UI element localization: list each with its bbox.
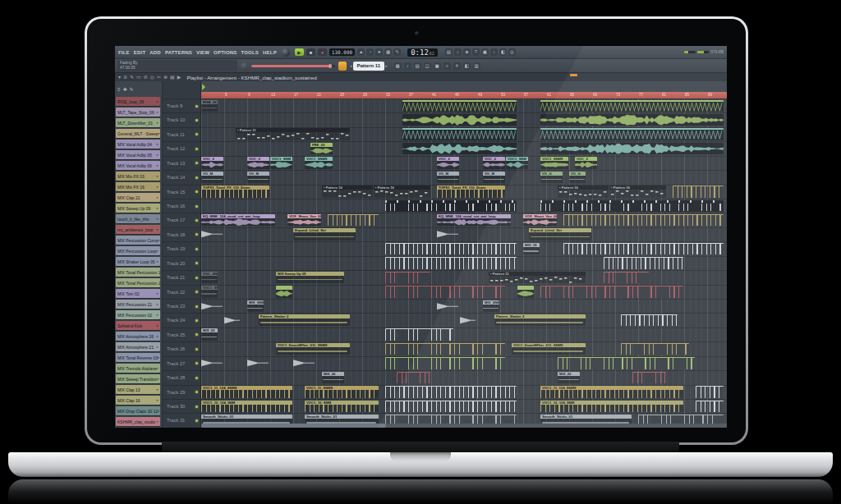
playlist-clip[interactable]: VOC1_DownNFlter_011_SNM9 [276,343,350,355]
collapse-icon[interactable]: ≡ [117,87,121,92]
menu-view[interactable]: VIEW [196,50,209,55]
browser-sample-item[interactable]: MLT_Tape_Stop_06▸ [116,108,160,117]
browser-icon[interactable]: ▣ [434,62,441,70]
browser-sample-item[interactable]: MIX Tremolo Airplane▸ [116,364,160,373]
step-edit-icon[interactable]: ✎ [393,48,401,56]
track-header[interactable]: Track 10 [163,112,201,126]
playlist-clip[interactable] [696,401,724,412]
track-header[interactable]: Track 11 [163,127,201,141]
browser-sample-item[interactable]: MIX Mix FX 03▸ [116,172,160,181]
browser-sample-item[interactable]: MIX Tom 02▸ [116,289,160,298]
snap-icon[interactable]: ◧ [463,62,471,70]
playlist-clip[interactable]: Expand_Litind_Stir [293,228,356,240]
playlist-clip[interactable] [385,386,517,397]
track-led-icon[interactable] [195,305,198,308]
track-header[interactable]: Track 18 [163,227,201,241]
sample-play-icon[interactable]: ▸ [159,131,160,135]
track-led-icon[interactable] [195,419,198,422]
delete-icon[interactable]: ⊘ [144,73,148,81]
playlist-clip[interactable] [385,328,453,340]
playlist-clip[interactable]: VO_M [483,172,505,183]
browser-sample-item[interactable]: MIX Atmosphere 21▸ [116,342,160,351]
pattern-prev-icon[interactable]: ◂ [350,63,352,68]
track-header[interactable]: Track 23 [163,299,201,313]
playlist-clip[interactable] [673,186,724,197]
mute-icon[interactable]: ◎ [150,73,154,81]
help-icon[interactable]: ? [472,48,480,56]
menu-file[interactable]: FILE [118,50,130,55]
sample-play-icon[interactable]: ▸ [157,142,159,146]
playlist-clip[interactable] [621,343,689,355]
sample-play-icon[interactable]: ▸ [157,302,159,306]
timeline-ruler[interactable]: 5913172125293337414549535761656973778185… [201,92,727,99]
master-pitch-slider[interactable] [251,65,335,67]
playlist-clip[interactable] [385,243,517,254]
playlist-clip[interactable]: Pattern_Shaker 2 [494,314,586,326]
playlist-clip[interactable]: VO_M [437,172,459,183]
track-header[interactable]: Track 9 [163,99,201,112]
playlist-clip[interactable]: VO_M [247,172,269,183]
tools-icon[interactable]: ◧ [499,48,507,56]
pattern-selector[interactable]: ◂ Pattern 11 ▸ [350,62,388,71]
browser-sample-item[interactable]: MIX Drop Claps 30 12▸ [116,406,160,415]
pattern-next-icon[interactable]: ▸ [385,63,388,68]
sample-play-icon[interactable]: ▸ [157,121,159,125]
add-icon[interactable]: ✚ [123,86,127,92]
playlist-clip[interactable] [621,314,678,326]
playlist-clip[interactable] [385,272,430,283]
track-led-icon[interactable] [195,162,198,164]
playhead-icon[interactable] [202,84,205,90]
playlist-clip[interactable] [201,357,223,369]
sample-play-icon[interactable]: ▸ [157,419,159,424]
slice-icon[interactable]: ✂ [157,73,161,81]
track-led-icon[interactable] [195,176,198,179]
sample-play-icon[interactable]: ▸ [157,153,159,157]
track-header[interactable]: Track 29 [163,385,201,399]
sample-play-icon[interactable]: ▸ [158,355,159,360]
playlist-clip[interactable]: VOC1_11_124_SNM9 [201,386,292,397]
playlist-clip[interactable] [402,114,517,126]
menu-add[interactable]: ADD [149,50,161,55]
browser-sample-item[interactable]: General_MLT - Sweep▸ [116,129,160,138]
midi-icon[interactable]: ◈ [463,48,471,56]
sample-play-icon[interactable]: ▸ [157,291,159,296]
browser-sample-item[interactable]: MIX Percussion 02▸ [116,310,160,319]
sample-play-icon[interactable]: ▸ [157,345,159,349]
playlist-clip[interactable]: MIX_SNM [247,300,264,312]
sample-play-icon[interactable]: ▸ [157,259,159,263]
browser-sample-item[interactable]: touch_it_like_this▸ [116,214,160,223]
playlist-clip[interactable]: MIX_19 [523,243,540,254]
playlist-clip[interactable]: ▪ Pattern 11 [236,128,350,140]
playlist-clip[interactable] [540,286,683,297]
playlist-menu-icon[interactable]: ▾ [118,73,121,81]
playlist-clip[interactable] [558,357,695,369]
track-header[interactable]: Track 12 [163,141,201,155]
playlist-clip[interactable] [397,372,430,383]
playlist-clip[interactable] [563,243,724,254]
select-icon[interactable]: ▤ [170,73,175,81]
track-header[interactable]: Track 31 [163,413,201,427]
typing-keyboard-icon[interactable]: ▤ [445,48,453,56]
track-header[interactable]: Track 27 [163,356,201,370]
sample-play-icon[interactable]: ▸ [159,238,160,242]
browser-sample-item[interactable]: MLT_Downlifter_01▸ [116,118,160,127]
track-header[interactable]: Track 28 [163,370,201,384]
playlist-clip[interactable]: ▪ Pattern 16 [558,186,609,197]
paint-icon[interactable]: ▭ [136,73,141,81]
track-header[interactable]: Track 25 [163,328,201,341]
track-header[interactable]: Track 24 [163,313,201,327]
playlist-clip[interactable]: VO_G [569,172,586,183]
playlist-clip[interactable] [402,128,517,140]
sample-play-icon[interactable]: ▸ [157,366,159,370]
browser-sample-item[interactable]: MIX Clap 13▸ [116,385,160,394]
track-header[interactable]: Track 30 [163,399,201,413]
render-icon[interactable]: ↕ [490,48,498,56]
horizontal-scrollbar[interactable] [201,424,727,428]
playlist-clip[interactable] [201,228,223,240]
browser-sample-item[interactable]: MIX Tonal Reverse 03▸ [116,353,160,362]
playlist-clip[interactable]: ▪ Pattern 16 [609,186,666,197]
track-led-icon[interactable] [195,248,198,250]
track-header[interactable]: Track 26 [163,341,201,355]
track-header[interactable]: Track 20 [163,256,201,270]
track-led-icon[interactable] [195,362,198,364]
